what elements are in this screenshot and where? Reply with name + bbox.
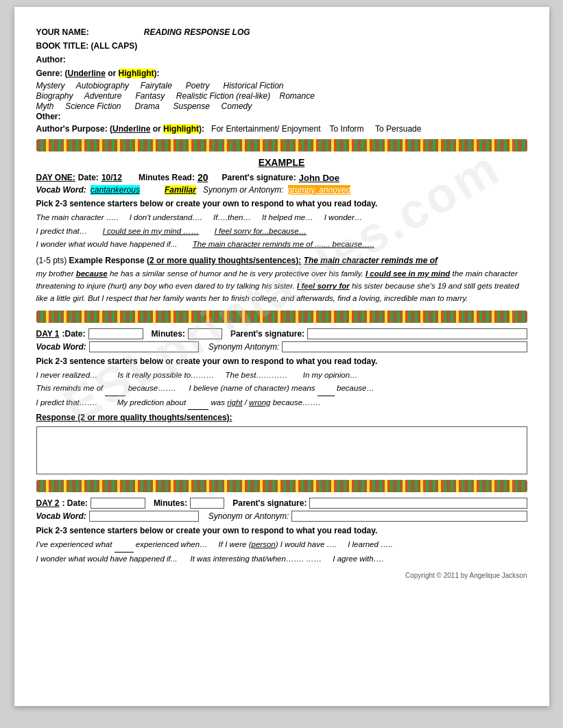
day2-starters-row2: I wonder what would have happened if... … bbox=[36, 553, 527, 566]
header-section: YOUR NAME: READING RESPONSE LOG BOOK TIT… bbox=[36, 26, 527, 134]
day2-antonym-input[interactable] bbox=[291, 511, 527, 522]
minutes-label-ex: Minutes Read: bbox=[139, 173, 195, 182]
parents-sig-label-ex: Parent's signature: bbox=[222, 173, 296, 182]
day2-date-colon: : Date: bbox=[62, 498, 88, 508]
highlight-word-2: Highlight bbox=[163, 124, 199, 134]
day2-parents-sig-input[interactable] bbox=[309, 498, 527, 509]
copyright: Copyright © 2011 by Angelique Jackson bbox=[36, 572, 527, 579]
day2-pick-sentence: Pick 2-3 sentence starters below or crea… bbox=[36, 526, 527, 535]
authors-purpose-label: Author's Purpose: bbox=[36, 124, 110, 134]
day1-section: DAY 1 :Date: Minutes: Parent's signature… bbox=[36, 328, 527, 475]
header-line-2: BOOK TITLE: (ALL CAPS) bbox=[36, 40, 527, 52]
genre-myth: Myth Science Fiction Drama Suspense Come… bbox=[36, 101, 252, 111]
day1-minutes-label: Minutes: bbox=[152, 329, 185, 339]
day1-pick-sentence: Pick 2-3 sentence starters below or crea… bbox=[36, 356, 527, 366]
day2-vocab-input[interactable] bbox=[89, 511, 199, 522]
divider-2 bbox=[36, 311, 527, 323]
authors-purpose-parens: (Underline or bbox=[110, 124, 163, 134]
authors-purpose-parens2: ): bbox=[199, 124, 204, 134]
date-label-ex: Date: bbox=[78, 173, 99, 182]
genre-sub2: ): bbox=[154, 69, 160, 78]
genre-row1: Mystery Autobiography Fairytale Poetry H… bbox=[36, 81, 527, 90]
header-line-3: Author: bbox=[36, 53, 527, 66]
day-one-row: DAY ONE: Date: 10/12 Minutes Read: 20 Pa… bbox=[36, 172, 527, 183]
day1-starters: I never realized… Is it really possible … bbox=[36, 369, 527, 411]
quality-thoughts-label: (2 or more quality thoughts/sentences): bbox=[147, 256, 301, 265]
synonym-antonym-value-ex: grumpy, annoved bbox=[288, 185, 351, 195]
day2-vocab-row: Vocab Word: Synonym or Antonym: bbox=[36, 511, 527, 522]
day1-date-input[interactable] bbox=[88, 328, 143, 339]
parents-sig-value-ex: John Doe bbox=[299, 173, 339, 183]
your-name-label: YOUR NAME: bbox=[36, 27, 89, 37]
day2-starters-row1: I've experienced what experienced when… … bbox=[36, 538, 527, 553]
day1-label: DAY 1 bbox=[36, 329, 60, 339]
starters-row2-ex: I predict that… I could see in my mind …… bbox=[36, 225, 527, 239]
starters-row3-ex: I wonder what would have happened if... … bbox=[36, 238, 527, 252]
genre-other: Other: bbox=[36, 112, 527, 121]
book-title-label: BOOK TITLE: (ALL CAPS) bbox=[36, 41, 138, 51]
day1-vocab-input[interactable] bbox=[89, 341, 199, 352]
header-line-genre: Genre: (Underline or Highlight): bbox=[36, 67, 527, 80]
day1-starters-row1: I never realized… Is it really possible … bbox=[36, 369, 527, 383]
familiar-label-ex: Familiar bbox=[165, 185, 196, 195]
day2-section: DAY 2 : Date: Minutes: Parent's signatur… bbox=[36, 498, 527, 566]
divider-1 bbox=[36, 139, 527, 151]
example-pts-label: (1-5 pts) Example Response bbox=[36, 256, 147, 265]
day2-starters: I've experienced what experienced when… … bbox=[36, 538, 527, 566]
day2-synonym-label: Synonym or Antonym: bbox=[208, 511, 289, 521]
day2-date-input[interactable] bbox=[91, 498, 145, 509]
divider-3 bbox=[36, 480, 527, 492]
day1-antonym-input[interactable] bbox=[282, 341, 527, 352]
day2-parents-sig-label: Parent's signature: bbox=[232, 498, 307, 508]
genre-sub1: (Underline or bbox=[65, 69, 119, 78]
vocab-label-ex: Vocab Word: bbox=[36, 185, 86, 195]
day1-starters-row2: This reminds me of because……. I believe … bbox=[36, 382, 527, 396]
header-line-1: YOUR NAME: READING RESPONSE LOG bbox=[36, 26, 527, 38]
day-one-label: DAY ONE: bbox=[36, 173, 75, 182]
day2-minutes-label: Minutes: bbox=[154, 498, 187, 508]
day2-vocab-label: Vocab Word: bbox=[36, 511, 86, 521]
day1-header-row: DAY 1 :Date: Minutes: Parent's signature… bbox=[36, 328, 527, 339]
genre-label: Genre: bbox=[36, 69, 63, 78]
example-title: EXAMPLE bbox=[36, 157, 527, 168]
author-label: Author: bbox=[36, 55, 66, 64]
day1-vocab-label: Vocab Word: bbox=[36, 342, 86, 352]
pick-sentence-example: Pick 2-3 sentence starters below or crea… bbox=[36, 199, 527, 208]
day1-parents-sig-input[interactable] bbox=[307, 328, 527, 339]
other-label: Other: bbox=[36, 112, 61, 121]
starters-row1-ex: The main character ….. I don't understan… bbox=[36, 211, 527, 225]
vocab-row-example: Vocab Word: cantankerous Familiar Synony… bbox=[36, 185, 527, 195]
example-response-body: my brother because he has a similar sens… bbox=[36, 267, 527, 305]
day1-synonym-label: Synonym Antonym: bbox=[208, 342, 280, 352]
day1-parents-sig-label: Parent's signature: bbox=[230, 329, 304, 339]
minutes-value-ex: 20 bbox=[197, 172, 208, 183]
starters-example: The main character ….. I don't understan… bbox=[36, 211, 527, 252]
authors-purpose-row: Author's Purpose: (Underline or Highligh… bbox=[36, 124, 527, 134]
vocab-word-ex: cantankerous bbox=[91, 185, 140, 195]
purpose-entertainment: For Entertainment/ Enjoyment To Inform T… bbox=[206, 124, 421, 134]
genre-mystery: Mystery Autobiography Fairytale Poetry H… bbox=[36, 81, 284, 90]
highlight-word: Highlight bbox=[119, 69, 154, 78]
example-response-header: (1-5 pts) Example Response (2 or more qu… bbox=[36, 256, 527, 265]
day2-label: DAY 2 bbox=[36, 498, 60, 508]
day2-header-row: DAY 2 : Date: Minutes: Parent's signatur… bbox=[36, 498, 527, 509]
day2-minutes-input[interactable] bbox=[190, 498, 224, 509]
day1-starters-row3: I predict that……. My prediction about wa… bbox=[36, 396, 527, 411]
day1-response-box[interactable] bbox=[36, 426, 527, 474]
genre-row2: Biography Adventure Fantasy Realistic Fi… bbox=[36, 91, 527, 101]
main-char-reminds: The main character reminds me of bbox=[304, 256, 438, 265]
day1-vocab-row: Vocab Word: Synonym Antonym: bbox=[36, 341, 527, 352]
reading-response-log-title: READING RESPONSE LOG bbox=[144, 27, 250, 37]
date-value-ex: 10/12 bbox=[101, 173, 122, 182]
day1-response-label: Response (2 or more quality thoughts/sen… bbox=[36, 413, 527, 422]
synonym-antonym-label-ex: Synonym or Antonym: bbox=[203, 185, 284, 195]
day1-date-colon: :Date: bbox=[62, 329, 86, 339]
page: ESLprintables.com YOUR NAME: READING RES… bbox=[14, 7, 549, 706]
genre-biography: Biography Adventure Fantasy Realistic Fi… bbox=[36, 91, 315, 101]
genre-row3: Myth Science Fiction Drama Suspense Come… bbox=[36, 101, 527, 111]
day1-minutes-input[interactable] bbox=[188, 328, 222, 339]
